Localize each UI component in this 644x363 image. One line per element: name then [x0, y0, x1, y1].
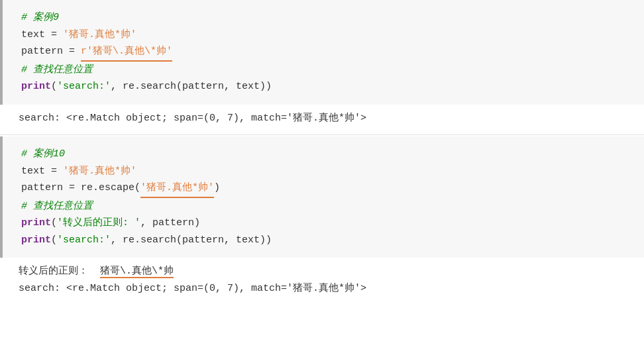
code-line-pattern9: pattern = r'猪哥\.真他\*帅'	[21, 43, 633, 62]
code-block-9: # 案例9 text = '猪哥.真他*帅' pattern = r'猪哥\.真…	[0, 0, 644, 105]
string-search-label: 'search:'	[57, 78, 111, 95]
output-escaped-pattern: 猪哥\.真他\*帅	[100, 266, 174, 278]
code-paren-close: )	[214, 180, 220, 197]
code-pattern9-value: r'猪哥\.真他\*帅'	[81, 43, 172, 62]
code-line-comment9: # 案例9	[21, 9, 633, 26]
comment-case10: # 案例10	[21, 146, 65, 163]
string-search-label2: 'search:'	[57, 232, 111, 249]
code-line-print9: print ( 'search:' , re.search(pattern, t…	[21, 78, 633, 95]
code-escape-arg: '猪哥.真他*帅'	[140, 180, 214, 198]
keyword-print: print	[21, 232, 51, 249]
output-block-10: 转义后的正则： 猪哥\.真他\*帅 search: <re.Match obje…	[0, 258, 644, 305]
keyword-print: print	[21, 215, 51, 232]
output-block-9: search: <re.Match object; span=(0, 7), m…	[0, 105, 644, 135]
code-equals: =	[69, 43, 81, 60]
code-line-comment10: # 案例10	[21, 146, 633, 163]
code-plain: (	[51, 232, 57, 249]
code-line-pattern10: pattern = re.escape( '猪哥.真他*帅' )	[21, 180, 633, 198]
separator-1	[0, 134, 644, 135]
code-plain: , re.search(pattern, text))	[111, 232, 272, 249]
comment-search: # 查找任意位置	[21, 62, 93, 79]
output-line-10b: search: <re.Match object; span=(0, 7), m…	[19, 280, 633, 297]
output-line-9: search: <re.Match object; span=(0, 7), m…	[19, 110, 633, 127]
code-plain: (	[51, 215, 57, 232]
code-line-print10a: print ( '转义后的正则: ' , pattern)	[21, 215, 633, 232]
code-line-text9: text = '猪哥.真他*帅'	[21, 26, 633, 44]
keyword-print: print	[21, 78, 51, 95]
code-plain: , re.search(pattern, text))	[111, 78, 272, 95]
output-line-10a: 转义后的正则： 猪哥\.真他\*帅	[19, 263, 633, 280]
code-plain: text	[21, 163, 51, 180]
code-plain: pattern	[21, 43, 69, 60]
string-escaped-label: '转义后的正则: '	[57, 215, 140, 232]
code-re-escape: re.escape(	[81, 180, 140, 197]
code-line-print10b: print ( 'search:' , re.search(pattern, t…	[21, 232, 633, 249]
code-equals: =	[51, 26, 63, 44]
comment-text: # 案例9	[21, 9, 59, 26]
comment-find: # 查找任意位置	[21, 198, 93, 215]
code-string-text10: '猪哥.真他*帅'	[63, 163, 136, 180]
code-plain: , pattern)	[140, 215, 200, 232]
code-line-comment10b: # 查找任意位置	[21, 198, 633, 215]
code-plain: text	[21, 26, 51, 44]
code-equals: =	[51, 163, 63, 180]
code-equals: =	[69, 180, 81, 197]
code-line-comment9b: # 查找任意位置	[21, 62, 633, 79]
code-line-text10: text = '猪哥.真他*帅'	[21, 163, 633, 180]
code-plain: pattern	[21, 180, 69, 197]
code-plain: (	[51, 78, 57, 95]
code-block-10: # 案例10 text = '猪哥.真他*帅' pattern = re.esc…	[0, 136, 644, 258]
code-string-text9: '猪哥.真他*帅'	[63, 26, 136, 44]
